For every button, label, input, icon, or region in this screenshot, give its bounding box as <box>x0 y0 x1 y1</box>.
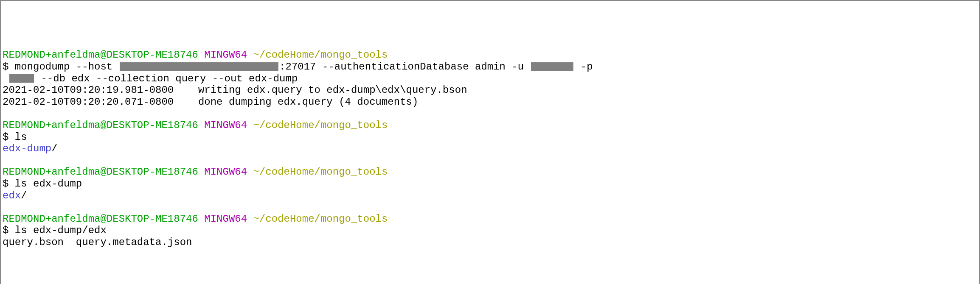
working-dir: ~/codeHome/mongo_tools <box>253 213 388 225</box>
prompt-line: REDMOND+anfeldma@DESKTOP-ME18746 MINGW64… <box>3 120 977 131</box>
shell-name: MINGW64 <box>204 166 247 178</box>
command-line: $ ls edx-dump <box>3 178 977 190</box>
command-line: --db edx --collection query --out edx-du… <box>3 73 977 85</box>
user-host: REDMOND+anfeldma@DESKTOP-ME18746 <box>3 213 198 225</box>
shell-name: MINGW64 <box>204 49 247 61</box>
slash: / <box>21 190 27 201</box>
redacted-user <box>531 62 574 71</box>
command-text: $ mongodump --host <box>3 61 119 72</box>
terminal-output[interactable]: REDMOND+anfeldma@DESKTOP-ME18746 MINGW64… <box>3 49 977 248</box>
blank-line <box>3 155 977 167</box>
output-line: edx/ <box>3 190 977 202</box>
working-dir: ~/codeHome/mongo_tools <box>253 166 388 178</box>
prompt-line: REDMOND+anfeldma@DESKTOP-ME18746 MINGW64… <box>3 213 977 225</box>
user-host: REDMOND+anfeldma@DESKTOP-ME18746 <box>3 120 198 131</box>
prompt-line: REDMOND+anfeldma@DESKTOP-ME18746 MINGW64… <box>3 49 977 61</box>
output-line: edx-dump/ <box>3 143 977 155</box>
command-line: $ mongodump --host :27017 --authenticati… <box>3 61 977 73</box>
blank-line <box>3 201 977 213</box>
output-line: 2021-02-10T09:20:20.071-0800 done dumpin… <box>3 96 977 108</box>
working-dir: ~/codeHome/mongo_tools <box>253 49 388 61</box>
user-host: REDMOND+anfeldma@DESKTOP-ME18746 <box>3 166 198 178</box>
command-text <box>3 73 8 84</box>
command-text: --db edx --collection query --out edx-du… <box>35 73 298 84</box>
command-line: $ ls edx-dump/edx <box>3 225 977 237</box>
prompt-line: REDMOND+anfeldma@DESKTOP-ME18746 MINGW64… <box>3 166 977 178</box>
command-text: -p <box>574 61 592 72</box>
redacted-host <box>120 62 278 71</box>
command-text: :27017 --authenticationDatabase admin -u <box>279 61 530 72</box>
directory-name: edx-dump <box>3 143 51 154</box>
slash: / <box>51 143 57 154</box>
command-line: $ ls <box>3 131 977 143</box>
redacted-password <box>9 74 34 83</box>
directory-name: edx <box>3 190 21 201</box>
shell-name: MINGW64 <box>204 213 247 225</box>
working-dir: ~/codeHome/mongo_tools <box>253 120 388 131</box>
output-line: query.bson query.metadata.json <box>3 237 977 248</box>
user-host: REDMOND+anfeldma@DESKTOP-ME18746 <box>3 49 198 61</box>
output-line: 2021-02-10T09:20:19.981-0800 writing edx… <box>3 84 977 96</box>
shell-name: MINGW64 <box>204 120 247 131</box>
blank-line <box>3 108 977 120</box>
